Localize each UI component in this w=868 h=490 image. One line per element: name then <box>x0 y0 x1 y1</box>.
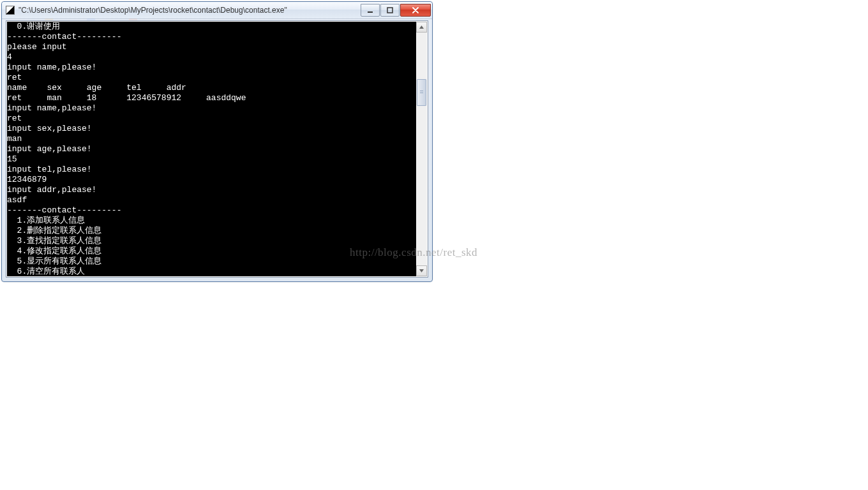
menu-label: 查找指定联系人信息 <box>27 236 101 246</box>
scroll-down-button[interactable] <box>416 265 427 276</box>
console-line: asdf <box>7 195 416 205</box>
minimize-icon <box>367 7 373 13</box>
console-line: input name,please! <box>7 63 416 73</box>
titlebar[interactable]: "C:\Users\Administrator\Desktop\MyProjec… <box>2 2 432 19</box>
svg-rect-1 <box>387 8 393 13</box>
close-button[interactable] <box>400 4 431 17</box>
menu-item: 5.显示所有联系人信息 <box>7 256 416 267</box>
maximize-button[interactable] <box>380 4 400 17</box>
window-title: "C:\Users\Administrator\Desktop\MyProjec… <box>19 6 361 15</box>
menu-number: 6. <box>7 267 27 276</box>
menu-label: 显示所有联系人信息 <box>27 256 101 266</box>
menu-label: 清空所有联系人 <box>27 267 85 276</box>
menu-number: 4. <box>7 246 27 256</box>
menu-item: 1.添加联系人信息 <box>7 216 416 226</box>
console-line: -------contact--------- <box>7 205 416 216</box>
maximize-icon <box>387 7 393 13</box>
console-window: "C:\Users\Administrator\Desktop\MyProjec… <box>1 1 433 282</box>
menu-number: 3. <box>7 236 27 246</box>
menu-number: 2. <box>7 226 27 235</box>
chevron-up-icon <box>419 24 424 30</box>
console-line: input sex,please! <box>7 124 416 134</box>
console-line: 15 <box>7 154 416 165</box>
menu-number: 5. <box>7 256 27 266</box>
console-line: please input <box>7 42 416 52</box>
close-icon <box>412 7 419 13</box>
console-line: name sex age tel addr <box>7 83 416 93</box>
console-line: input age,please! <box>7 144 416 154</box>
console-line: ret <box>7 73 416 83</box>
console-line: ret <box>7 114 416 124</box>
vertical-scrollbar[interactable] <box>416 22 427 276</box>
menu-item: 6.清空所有联系人 <box>7 267 416 276</box>
menu-label: 删除指定联系人信息 <box>27 226 101 235</box>
console-line: -------contact--------- <box>7 32 416 42</box>
console-line: man <box>7 134 416 144</box>
console-line: 12346879 <box>7 175 416 185</box>
console-line: input name,please! <box>7 103 416 114</box>
console-line: input addr,please! <box>7 185 416 195</box>
scroll-up-button[interactable] <box>416 22 427 33</box>
console-line: 4 <box>7 52 416 63</box>
menu-label: 添加联系人信息 <box>27 216 85 225</box>
menu-label: 修改指定联系人信息 <box>27 246 101 256</box>
console-line: ret man 18 12346578912 aasddqwe <box>7 93 416 103</box>
svg-rect-0 <box>368 11 373 13</box>
menu-item: 4.修改指定联系人信息 <box>7 246 416 256</box>
menu-item: 3.查找指定联系人信息 <box>7 236 416 246</box>
menu-number: 1. <box>7 216 27 225</box>
app-icon <box>6 6 15 15</box>
client-area: 0.谢谢使用-------contact---------please inpu… <box>6 20 428 278</box>
console-output[interactable]: 0.谢谢使用-------contact---------please inpu… <box>7 22 416 276</box>
minimize-button[interactable] <box>361 4 380 17</box>
window-controls <box>361 4 431 17</box>
chevron-down-icon <box>419 268 424 274</box>
menu-item: 2.删除指定联系人信息 <box>7 226 416 236</box>
console-line: input tel,please! <box>7 165 416 175</box>
scroll-thumb[interactable] <box>417 79 426 106</box>
console-line: 0.谢谢使用 <box>7 22 416 32</box>
